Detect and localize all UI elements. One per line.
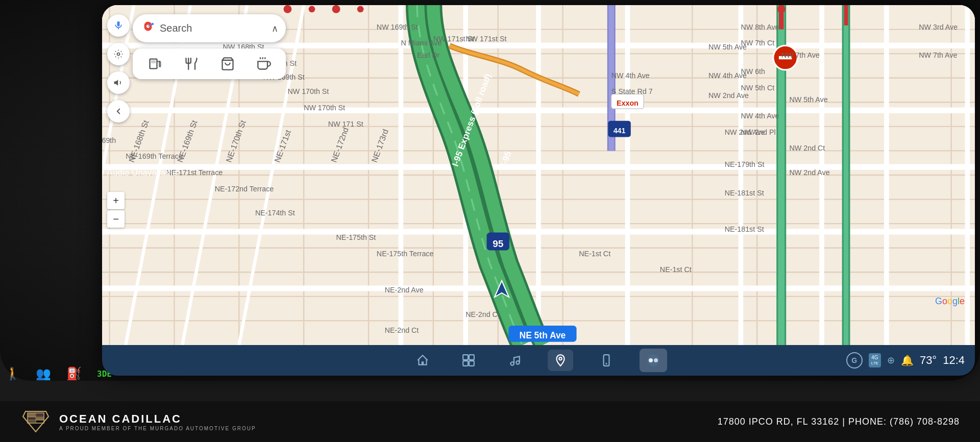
time-display: 12:4 [943, 354, 965, 367]
instrument-cluster: 🚶 👥 ⛽ 3DE [5, 366, 112, 381]
nav-music[interactable] [502, 350, 527, 371]
svg-text:NE-172nd Terrace: NE-172nd Terrace [215, 185, 274, 193]
bottom-nav: G 4G LTE ⊕ 🔔 73° 12:4 [102, 345, 975, 376]
category-coffee[interactable] [251, 54, 277, 74]
svg-text:NW 2nd Ave: NW 2nd Ave [708, 91, 749, 100]
svg-text:NE-179th St: NE-179th St [725, 160, 765, 168]
nav-apps[interactable] [456, 350, 481, 371]
maps-pin-icon [140, 21, 156, 36]
svg-marker-135 [495, 281, 509, 297]
svg-text:NE-2nd Ct: NE-2nd Ct [465, 310, 500, 318]
svg-text:NW 4th Ave: NW 4th Ave [611, 71, 650, 80]
svg-text:NW 171 St: NW 171 St [328, 120, 363, 128]
svg-text:NE-175th Terrace: NE-175th Terrace [377, 250, 434, 258]
svg-rect-169 [28, 421, 35, 423]
nav-assistant[interactable] [640, 349, 667, 372]
svg-rect-145 [151, 60, 155, 63]
google-text: Google [935, 296, 965, 306]
svg-text:NE-1st Ct: NE-1st Ct [660, 265, 692, 274]
category-fuel[interactable] [142, 54, 168, 74]
dealer-bar: OCEAN CADILLAC A PROUD MEMBER OF THE MUR… [0, 401, 980, 442]
mic-button[interactable] [107, 14, 130, 37]
svg-rect-153 [463, 361, 468, 366]
back-button[interactable] [107, 100, 130, 122]
svg-text:NE-169th Terrace: NE-169th Terrace [126, 152, 183, 160]
svg-text:NE-174th St: NE-174th St [255, 209, 295, 217]
svg-point-138 [117, 53, 120, 56]
sound-button[interactable] [107, 71, 130, 94]
svg-point-161 [649, 358, 653, 362]
svg-text:NW 2nd Ave: NW 2nd Ave [790, 168, 830, 177]
svg-text:95: 95 [493, 238, 504, 249]
svg-marker-139 [114, 80, 118, 86]
zoom-out-button[interactable]: − [107, 210, 125, 228]
nav-home[interactable] [410, 350, 435, 371]
search-label: Search [160, 22, 272, 34]
svg-text:NW 170th St: NW 170th St [304, 104, 345, 112]
warning-person-icon: 🚶 [5, 366, 20, 381]
cadillac-logo-icon [20, 409, 51, 434]
fuel-icon: ⛽ [66, 366, 82, 381]
svg-rect-154 [469, 361, 474, 366]
notification-icon: 🔔 [901, 354, 914, 366]
location-status-icon: ⊕ [887, 355, 895, 366]
svg-text:NE-169th: NE-169th [102, 136, 116, 144]
svg-point-78 [284, 5, 292, 13]
svg-point-162 [654, 358, 658, 362]
network-status: 4G LTE [869, 353, 881, 367]
svg-point-157 [559, 357, 561, 360]
svg-text:NW 7th Ave: NW 7th Ave [919, 51, 957, 59]
dealer-name: OCEAN CADILLAC A PROUD MEMBER OF THE MUR… [59, 412, 256, 431]
svg-text:NW 5th Ct: NW 5th Ct [741, 83, 774, 91]
zoom-in-button[interactable]: + [107, 192, 125, 209]
nav-phone[interactable] [594, 350, 619, 371]
svg-text:NE-1st Ct: NE-1st Ct [579, 250, 610, 258]
map-area[interactable]: NE-167th St NE-168th St NE-169th St NE-1… [102, 5, 975, 345]
svg-text:NE 5th Ave: NE 5th Ave [520, 330, 566, 340]
zoom-controls: + − [107, 192, 125, 229]
svg-point-82 [777, 5, 786, 13]
temperature-display: 73° [920, 354, 937, 367]
category-food[interactable] [179, 54, 204, 74]
svg-text:NW 170th St: NW 170th St [287, 87, 329, 95]
svg-rect-168 [36, 418, 43, 420]
google-status-icon: G [846, 352, 863, 369]
svg-text:NW 7th Ave: NW 7th Ave [781, 51, 820, 59]
category-shopping[interactable] [215, 54, 240, 74]
svg-text:NW 169th St: NW 169th St [377, 23, 418, 31]
svg-text:Earl Dr: Earl Dr [417, 51, 440, 59]
svg-rect-136 [117, 21, 120, 27]
svg-text:441: 441 [614, 127, 626, 135]
svg-text:NW 2nd Ave: NW 2nd Ave [725, 128, 765, 136]
category-bar [133, 48, 286, 79]
svg-text:NW 171st St: NW 171st St [465, 35, 506, 43]
settings-button[interactable] [107, 43, 130, 65]
audio-status: Audio Unavailable [107, 168, 177, 178]
svg-text:NE-181st St: NE-181st St [725, 225, 764, 233]
svg-text:Exxon: Exxon [617, 99, 639, 107]
nav-location [489, 276, 514, 302]
screen-bezel: NE-167th St NE-168th St NE-169th St NE-1… [102, 5, 975, 376]
svg-rect-171 [28, 418, 35, 420]
sidebar-icons [107, 14, 130, 122]
svg-text:NE-181st St: NE-181st St [725, 189, 764, 197]
svg-rect-152 [469, 355, 474, 360]
svg-point-143 [152, 22, 154, 25]
search-bar[interactable]: Search ∧ [133, 14, 286, 42]
dealer-subtitle: A PROUD MEMBER OF THE MURGADO AUTOMOTIVE… [59, 426, 256, 431]
svg-point-80 [332, 5, 340, 13]
svg-text:NE-2nd Ave: NE-2nd Ave [385, 286, 424, 294]
svg-rect-151 [463, 355, 468, 360]
svg-rect-170 [36, 413, 43, 417]
svg-text:NW 2nd Ct: NW 2nd Ct [790, 144, 825, 152]
dealer-title: OCEAN CADILLAC [59, 412, 256, 426]
status-bar: G 4G LTE ⊕ 🔔 73° 12:4 [846, 352, 965, 369]
svg-text:NW 4th Ave: NW 4th Ave [708, 71, 747, 80]
svg-text:NE-2nd Ct: NE-2nd Ct [385, 326, 419, 334]
svg-text:NW 3rd Ave: NW 3rd Ave [919, 23, 958, 31]
svg-text:NE-175th St: NE-175th St [336, 233, 376, 241]
search-chevron-icon: ∧ [272, 23, 278, 34]
svg-text:NW 5th Ave: NW 5th Ave [708, 43, 747, 51]
dealer-info-left: OCEAN CADILLAC A PROUD MEMBER OF THE MUR… [20, 409, 256, 434]
nav-maps[interactable] [548, 350, 573, 371]
